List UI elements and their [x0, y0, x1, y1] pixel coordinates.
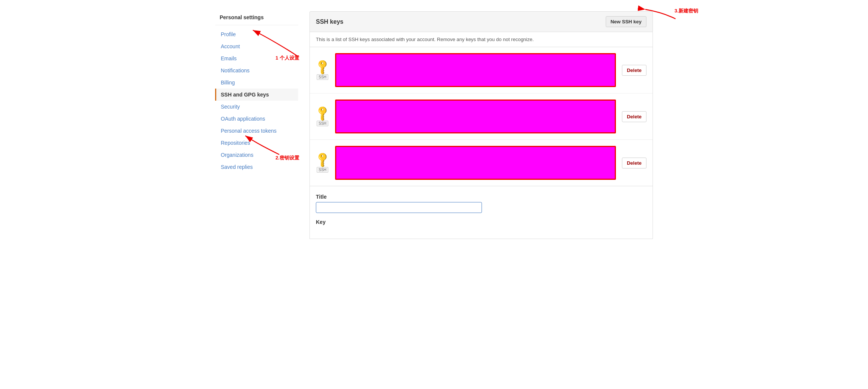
sidebar-item-emails[interactable]: Emails — [215, 52, 298, 64]
sidebar-title: Personal settings — [215, 11, 298, 25]
section-description: This is a list of SSH keys associated wi… — [309, 32, 653, 47]
sidebar-item-oauth-applications[interactable]: OAuth applications — [215, 113, 298, 125]
title-form-group: Title — [316, 194, 646, 213]
sidebar-item-account[interactable]: Account — [215, 40, 298, 52]
key-icon-2: 🔑 — [313, 104, 331, 122]
sidebar-item-notifications[interactable]: Notifications — [215, 64, 298, 77]
key-actions-3: Delete — [622, 158, 646, 168]
key-icon-container-2: 🔑 SSH — [316, 107, 329, 126]
sidebar: Personal settings Profile Account Emails… — [215, 11, 298, 378]
key-actions-2: Delete — [622, 111, 646, 122]
sidebar-item-security[interactable]: Security — [215, 101, 298, 113]
ssh-key-item-3: 🔑 SSH Delete — [310, 139, 653, 186]
sidebar-item-personal-access-tokens[interactable]: Personal access tokens — [215, 125, 298, 137]
sidebar-item-billing[interactable]: Billing — [215, 77, 298, 89]
ssh-key-list: 🔑 SSH Delete 🔑 SSH Del — [309, 47, 653, 186]
sidebar-link-account[interactable]: Account — [216, 40, 298, 52]
sidebar-item-profile[interactable]: Profile — [215, 28, 298, 40]
new-ssh-key-button[interactable]: New SSH key — [606, 16, 646, 27]
sidebar-link-organizations[interactable]: Organizations — [216, 149, 298, 161]
delete-key-3-button[interactable]: Delete — [622, 158, 646, 168]
title-input[interactable] — [316, 202, 482, 213]
sidebar-item-saved-replies[interactable]: Saved replies — [215, 161, 298, 173]
ssh-key-item-1: 🔑 SSH Delete — [310, 47, 653, 93]
sidebar-link-personal-access-tokens[interactable]: Personal access tokens — [216, 125, 298, 137]
ssh-keys-header: SSH keys New SSH key — [309, 11, 653, 32]
sidebar-item-ssh-gpg-keys[interactable]: SSH and GPG keys — [215, 89, 298, 101]
sidebar-item-organizations[interactable]: Organizations — [215, 149, 298, 161]
add-key-form: Title Key — [309, 186, 653, 239]
delete-key-2-button[interactable]: Delete — [622, 111, 646, 122]
key-form-group: Key — [316, 219, 646, 225]
sidebar-link-repositories[interactable]: Repositories — [216, 137, 298, 149]
sidebar-link-emails[interactable]: Emails — [216, 52, 298, 64]
key-icon-container-3: 🔑 SSH — [316, 153, 329, 173]
key-icon-1: 🔑 — [313, 57, 331, 75]
main-content: SSH keys New SSH key This is a list of S… — [309, 11, 653, 378]
sidebar-link-oauth-applications[interactable]: OAuth applications — [216, 113, 298, 125]
delete-key-1-button[interactable]: Delete — [622, 65, 646, 76]
key-icon-3: 🔑 — [313, 150, 331, 168]
sidebar-link-billing[interactable]: Billing — [216, 77, 298, 89]
sidebar-link-notifications[interactable]: Notifications — [216, 64, 298, 77]
key-highlight-box-1 — [335, 53, 616, 87]
sidebar-nav: Profile Account Emails Notifications Bil… — [215, 28, 298, 173]
sidebar-link-ssh-gpg-keys[interactable]: SSH and GPG keys — [216, 89, 298, 101]
sidebar-link-saved-replies[interactable]: Saved replies — [216, 161, 298, 173]
key-highlight-box-2 — [335, 100, 616, 133]
ssh-key-item-2: 🔑 SSH Delete — [310, 93, 653, 139]
section-title: SSH keys — [316, 18, 343, 25]
key-label-form: Key — [316, 219, 646, 225]
annotation-3-text: 3.新建密钥 — [674, 8, 698, 14]
sidebar-link-profile[interactable]: Profile — [216, 28, 298, 40]
key-highlight-box-3 — [335, 146, 616, 180]
title-label: Title — [316, 194, 646, 200]
key-actions-1: Delete — [622, 65, 646, 76]
sidebar-link-security[interactable]: Security — [216, 101, 298, 113]
sidebar-item-repositories[interactable]: Repositories — [215, 137, 298, 149]
key-icon-container-1: 🔑 SSH — [316, 60, 329, 80]
